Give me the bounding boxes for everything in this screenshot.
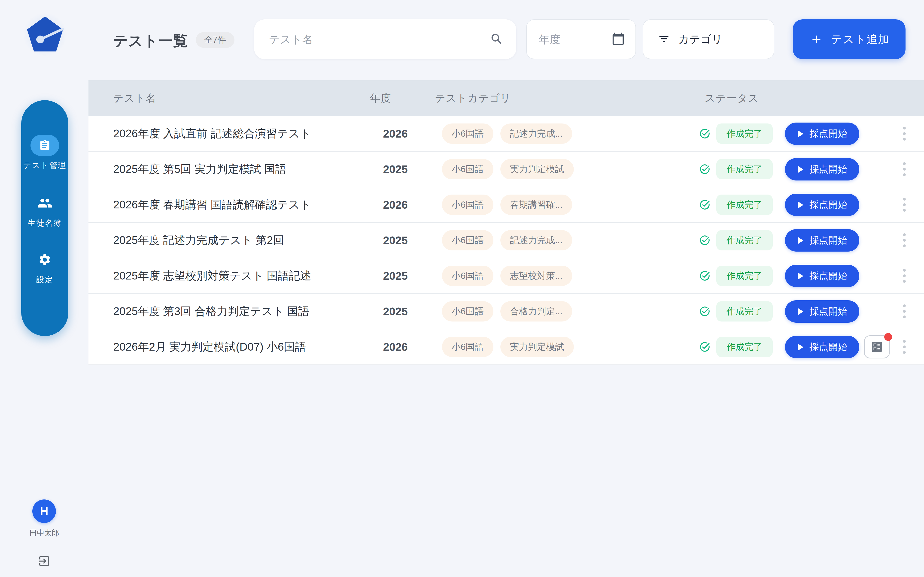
check-circle-icon [699, 258, 711, 293]
category-chip: 小6国語 [442, 159, 493, 179]
app-logo [23, 13, 67, 56]
test-year: 2025 [359, 258, 408, 293]
filter-icon [658, 33, 670, 46]
table-row: 2026年度 入試直前 記述総合演習テスト 2026 小6国語記述力完成... … [89, 116, 924, 152]
test-name: 2025年度 志望校別対策テスト 国語記述 [113, 258, 311, 293]
category-chip: 小6国語 [442, 337, 493, 357]
answer-sheet-button[interactable] [864, 335, 890, 358]
category-chips: 小6国語実力判定模試 [442, 329, 574, 364]
year-filter[interactable] [526, 19, 636, 59]
start-grading-button[interactable]: 採点開始 [785, 158, 859, 181]
play-icon [797, 130, 804, 138]
test-year: 2025 [359, 223, 408, 258]
calendar-icon [611, 32, 625, 47]
user-avatar[interactable]: H [32, 500, 56, 523]
start-grading-button[interactable]: 採点開始 [785, 300, 859, 323]
column-header-status: ステータス [705, 80, 759, 116]
people-icon [37, 192, 52, 214]
plus-icon: ＋ [809, 31, 824, 46]
column-header-name: テスト名 [113, 80, 157, 116]
category-chips: 小6国語記述力完成... [442, 116, 572, 151]
test-name: 2026年度 入試直前 記述総合演習テスト [113, 116, 311, 151]
play-icon [797, 308, 804, 316]
test-table: テスト名 年度 テストカテゴリ ステータス 2026年度 入試直前 記述総合演習… [89, 80, 924, 365]
check-circle-icon [699, 294, 711, 329]
search-input[interactable] [268, 33, 490, 46]
sidebar-item-settings[interactable]: 設定 [21, 249, 68, 285]
user-name: 田中太郎 [21, 528, 68, 538]
category-filter-button[interactable]: カテゴリ [643, 19, 774, 59]
status-badge: 作成完了 [716, 337, 773, 357]
sidebar-item-test-management[interactable]: テスト管理 [21, 135, 68, 171]
gear-icon [38, 249, 52, 270]
column-header-category: テストカテゴリ [435, 80, 511, 116]
category-chips: 小6国語春期講習確... [442, 187, 572, 222]
category-chip: 記述力完成... [500, 124, 572, 144]
category-chips: 小6国語実力判定模試 [442, 152, 574, 187]
table-body: 2026年度 入試直前 記述総合演習テスト 2026 小6国語記述力完成... … [89, 116, 924, 365]
test-name: 2025年度 第5回 実力判定模試 国語 [113, 152, 286, 187]
category-chip: 実力判定模試 [500, 337, 574, 357]
table-header-row: テスト名 年度 テストカテゴリ ステータス [89, 80, 924, 116]
play-icon [797, 343, 804, 351]
start-grading-button[interactable]: 採点開始 [785, 229, 859, 251]
play-icon [797, 166, 804, 173]
test-name-search[interactable] [254, 19, 516, 59]
test-year: 2026 [359, 116, 408, 151]
play-icon [797, 237, 804, 244]
row-menu-button[interactable] [900, 187, 909, 222]
check-circle-icon [699, 116, 711, 151]
category-chip: 小6国語 [442, 124, 493, 144]
active-item-highlight [31, 135, 59, 156]
test-name: 2026年2月 実力判定模試(D07) 小6国語 [113, 329, 306, 364]
category-chip: 記述力完成... [500, 230, 572, 250]
page-title: テスト一覧 [113, 31, 188, 50]
row-menu-button[interactable] [900, 223, 909, 258]
category-chip: 志望校対策... [500, 266, 572, 286]
table-row: 2025年度 記述力完成テスト 第2回 2025 小6国語記述力完成... 作成… [89, 223, 924, 258]
start-grading-button[interactable]: 採点開始 [785, 265, 859, 287]
check-circle-icon [699, 152, 711, 187]
logout-button[interactable] [37, 554, 51, 568]
table-row: 2025年度 第5回 実力判定模試 国語 2025 小6国語実力判定模試 作成完… [89, 152, 924, 187]
column-header-year: 年度 [370, 80, 391, 116]
year-input[interactable] [538, 33, 597, 46]
total-count-badge: 全7件 [196, 32, 234, 48]
notification-dot [884, 333, 892, 341]
category-chip: 実力判定模試 [500, 159, 574, 179]
status-badge: 作成完了 [716, 230, 773, 250]
ballot-icon [870, 340, 884, 354]
table-row: 2025年度 第3回 合格力判定テスト 国語 2025 小6国語合格力判定...… [89, 294, 924, 329]
table-row: 2026年度 春期講習 国語読解確認テスト 2026 小6国語春期講習確... … [89, 187, 924, 223]
table-row: 2025年度 志望校別対策テスト 国語記述 2025 小6国語志望校対策... … [89, 258, 924, 294]
play-icon [797, 272, 804, 280]
test-name: 2026年度 春期講習 国語読解確認テスト [113, 187, 311, 222]
test-year: 2025 [359, 294, 408, 329]
row-menu-button[interactable] [900, 294, 909, 329]
category-chip: 合格力判定... [500, 301, 572, 321]
category-chip: 小6国語 [442, 195, 493, 215]
start-grading-button[interactable]: 採点開始 [785, 336, 859, 358]
category-chips: 小6国語志望校対策... [442, 258, 572, 293]
row-menu-button[interactable] [900, 152, 909, 187]
category-chip: 春期講習確... [500, 195, 572, 215]
test-year: 2025 [359, 152, 408, 187]
logout-icon [38, 554, 50, 567]
test-year: 2026 [359, 187, 408, 222]
row-menu-button[interactable] [900, 258, 909, 293]
check-circle-icon [699, 329, 711, 364]
check-circle-icon [699, 187, 711, 222]
test-year: 2026 [359, 329, 408, 364]
check-circle-icon [699, 223, 711, 258]
start-grading-button[interactable]: 採点開始 [785, 122, 859, 145]
category-chips: 小6国語記述力完成... [442, 223, 572, 258]
start-grading-button[interactable]: 採点開始 [785, 193, 859, 216]
category-chip: 小6国語 [442, 230, 493, 250]
add-test-button[interactable]: ＋ テスト追加 [793, 19, 906, 59]
row-menu-button[interactable] [900, 329, 909, 364]
sidebar-nav: テスト管理 生徒名簿 設定 [21, 100, 68, 336]
play-icon [797, 201, 804, 209]
sidebar-item-student-roster[interactable]: 生徒名簿 [21, 192, 68, 229]
search-icon [490, 32, 503, 46]
row-menu-button[interactable] [900, 116, 909, 151]
